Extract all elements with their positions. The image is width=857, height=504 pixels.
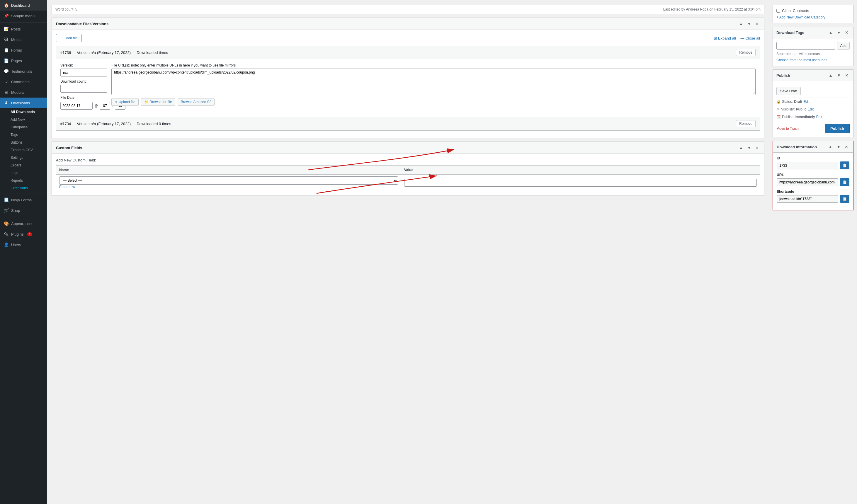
add-new-category-link[interactable]: + Add New Download Category — [776, 15, 850, 19]
download-tags-title: Download Tags — [776, 31, 804, 35]
di-collapse-close[interactable]: ✕ — [843, 144, 850, 150]
tags-collapse-close[interactable]: ✕ — [844, 30, 850, 35]
remove-1736-button[interactable]: Remove — [736, 49, 756, 56]
expand-all-link[interactable]: ⊞ Expand all — [714, 36, 736, 40]
browse-file-button[interactable]: 📁 Browse for file — [141, 98, 175, 106]
sidebar-item-pages[interactable]: 📄 Pages — [0, 55, 47, 66]
file-version-left: Version: Download count: File Date: @ : — [61, 63, 107, 110]
sample-menu-icon: 📌 — [3, 14, 9, 18]
sidebar-item-media[interactable]: 🖼 Media — [0, 34, 47, 45]
cf-collapse-down-btn[interactable]: ▼ — [746, 145, 752, 151]
download-info-header: Download Information ▲ ▼ ✕ — [773, 141, 853, 153]
sidebar-item-comments[interactable]: 🗨 Comments — [0, 77, 47, 87]
visibility-edit-link[interactable]: Edit — [807, 107, 813, 111]
custom-fields-table: Name Value — Select — Enter new — [56, 165, 760, 191]
move-to-trash-link[interactable]: Move to Trash — [776, 127, 799, 131]
comments-icon: 🗨 — [3, 80, 9, 84]
save-draft-button[interactable]: Save Draft — [776, 87, 801, 95]
download-tags-body: Add Separate tags with commas Choose fro… — [773, 38, 853, 66]
sidebar-item-shop[interactable]: 🛒 Shop — [0, 205, 47, 216]
close-all-link[interactable]: — Close all — [741, 36, 760, 40]
publish-collapse-down[interactable]: ▼ — [836, 72, 842, 78]
di-id-input[interactable] — [777, 162, 838, 169]
status-edit-link[interactable]: Edit — [803, 100, 809, 104]
sidebar-item-sample-menu[interactable]: 📌 Sample menu — [0, 11, 47, 21]
visibility-label: Visibility: — [781, 107, 794, 111]
sidebar-sub-export-csv[interactable]: Export to CSV — [0, 146, 47, 154]
tags-collapse-down[interactable]: ▼ — [836, 30, 842, 35]
di-shortcode-field: Shortcode 📋 — [777, 189, 850, 203]
sidebar-sub-all-downloads[interactable]: All Downloads — [0, 108, 47, 116]
collapse-close-btn[interactable]: ✕ — [754, 21, 760, 27]
add-tag-button[interactable]: Add — [837, 42, 850, 50]
sidebar-item-users[interactable]: 👤 Users — [0, 239, 47, 250]
di-collapse-up[interactable]: ▲ — [827, 144, 834, 150]
remove-1734-button[interactable]: Remove — [736, 120, 756, 127]
last-edited: Last edited by Andreea Popa on February … — [663, 7, 760, 12]
add-file-button[interactable]: + + Add file — [56, 34, 82, 42]
media-icon: 🖼 — [3, 37, 9, 42]
publish-edit-link[interactable]: Edit — [816, 115, 822, 119]
save-draft-row: Save Draft — [776, 85, 850, 98]
sidebar: 🏠 Dashboard 📌 Sample menu 📝 Posts 🖼 Medi… — [0, 0, 47, 504]
enter-new-link[interactable]: Enter new — [59, 185, 75, 189]
collapse-up-btn[interactable]: ▲ — [738, 21, 744, 27]
sidebar-item-forms[interactable]: 📋 Forms — [0, 45, 47, 55]
download-tags-panel: Download Tags ▲ ▼ ✕ Add Separate tags wi… — [773, 27, 854, 66]
sidebar-item-appearance[interactable]: 🎨 Appearance — [0, 218, 47, 229]
download-info-body: ID 📋 URL 📋 Shortcode — [773, 153, 853, 210]
sidebar-sub-categories[interactable]: Categories — [0, 123, 47, 131]
tag-input-row: Add — [776, 42, 850, 50]
sidebar-item-downloads[interactable]: ⬇ Downloads — [0, 98, 47, 108]
cf-select[interactable]: — Select — — [59, 177, 398, 185]
file-url-textarea[interactable]: https://andreea.georgeciobanu.com/wp-con… — [111, 69, 756, 95]
file-version-1736: #1736 — Version n/a (February 17, 2022) … — [56, 46, 760, 114]
cf-collapse-close-btn[interactable]: ✕ — [754, 145, 760, 151]
sidebar-item-testimonials[interactable]: 💬 Testimonials — [0, 66, 47, 77]
di-id-copy-button[interactable]: 📋 — [840, 162, 850, 169]
tag-input[interactable] — [776, 42, 835, 50]
file-time-hour[interactable] — [100, 102, 110, 110]
category-panel-body: Client Contracts + Add New Download Cate… — [773, 5, 853, 23]
sidebar-sub-logs[interactable]: Logs — [0, 169, 47, 177]
upload-file-button[interactable]: ⬆ Upload file — [111, 98, 139, 106]
sidebar-sub-buttons[interactable]: Buttons — [0, 139, 47, 146]
di-shortcode-input[interactable] — [777, 195, 838, 203]
di-collapse-down[interactable]: ▼ — [835, 144, 842, 150]
file-date-label: File Date: — [61, 96, 107, 100]
visibility-icon: 👁 — [776, 107, 780, 111]
browse-amazon-button[interactable]: Browse Amazon S3 — [178, 98, 215, 106]
sidebar-item-dashboard[interactable]: 🏠 Dashboard — [0, 0, 47, 11]
sidebar-sub-settings[interactable]: Settings — [0, 154, 47, 162]
count-input[interactable] — [61, 85, 107, 93]
cf-collapse-up-btn[interactable]: ▲ — [738, 145, 744, 151]
publish-controls: ▲ ▼ ✕ — [827, 72, 850, 78]
di-url-input[interactable] — [777, 179, 838, 186]
file-date-input[interactable] — [61, 102, 93, 110]
sidebar-item-plugins[interactable]: 🔌 Plugins 1 — [0, 229, 47, 239]
publish-button[interactable]: Publish — [825, 124, 850, 133]
sidebar-sub-reports[interactable]: Reports — [0, 177, 47, 184]
sidebar-sub-orders[interactable]: Orders — [0, 162, 47, 169]
di-url-field: URL 📋 — [777, 173, 850, 186]
sidebar-sub-extensions[interactable]: Extensions — [0, 184, 47, 192]
tags-collapse-up[interactable]: ▲ — [827, 30, 834, 35]
version-input[interactable] — [61, 69, 107, 77]
cf-value-input[interactable] — [404, 179, 757, 187]
testimonials-icon: 💬 — [3, 69, 9, 73]
sidebar-sub-tags[interactable]: Tags — [0, 131, 47, 139]
sidebar-item-modula[interactable]: ⊞ Modula — [0, 87, 47, 98]
downloadable-files-panel: Downloadable Files/Versions ▲ ▼ ✕ + + Ad… — [52, 18, 764, 138]
choose-tags-link[interactable]: Choose from the most used tags — [776, 58, 827, 62]
publish-collapse-up[interactable]: ▲ — [827, 72, 834, 78]
client-contracts-checkbox[interactable] — [776, 9, 780, 13]
collapse-down-btn[interactable]: ▼ — [746, 21, 752, 27]
category-panel: Client Contracts + Add New Download Cate… — [773, 5, 854, 23]
di-url-copy-button[interactable]: 📋 — [840, 178, 850, 186]
sidebar-sub-add-new[interactable]: Add New — [0, 116, 47, 123]
status-row: 🔒 Status: Draft Edit — [776, 98, 850, 105]
di-shortcode-copy-button[interactable]: 📋 — [840, 195, 850, 203]
publish-collapse-close[interactable]: ✕ — [844, 72, 850, 78]
sidebar-item-ninja-forms[interactable]: 📃 Ninja Forms — [0, 195, 47, 205]
sidebar-item-posts[interactable]: 📝 Posts — [0, 24, 47, 34]
